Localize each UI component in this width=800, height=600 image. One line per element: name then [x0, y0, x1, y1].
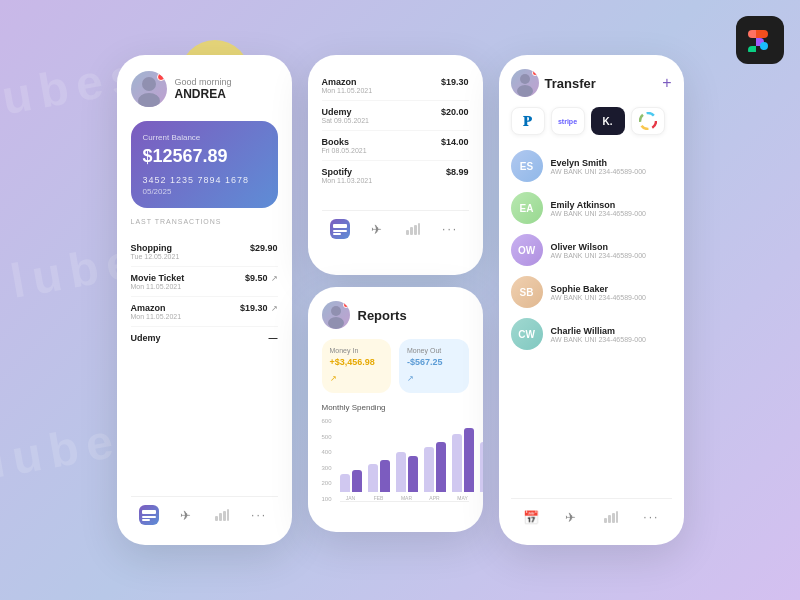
trans-name: Movie Ticket	[131, 273, 185, 283]
nav-calendar-icon[interactable]: 📅	[521, 507, 541, 527]
table-row: Spotify Mon 11.03.2021 $8.99	[322, 161, 469, 190]
nav-chart-icon[interactable]	[212, 505, 232, 525]
balance-label: Current Balance	[143, 133, 266, 142]
chart-bars: JAN FEB	[340, 418, 469, 502]
svg-rect-27	[612, 513, 615, 523]
trans-amount: $14.00	[441, 137, 469, 147]
contact-info-cw: Charlie William AW BANK UNI 234-46589-00…	[551, 326, 672, 343]
contact-name: Sophie Baker	[551, 284, 672, 294]
nav-send-icon[interactable]: ✈	[176, 505, 196, 525]
left-bottom-nav: ✈ ···	[131, 496, 278, 529]
svg-rect-28	[616, 511, 618, 523]
contact-info-ow: Oliver Wilson AW BANK UNI 234-46589-000	[551, 242, 672, 259]
arrow-icon: ↗	[271, 274, 278, 283]
bar-label: APR	[429, 495, 439, 501]
trans-name: Amazon	[322, 77, 373, 87]
trans-amount: $20.00	[441, 107, 469, 117]
trans-name: Shopping	[131, 243, 180, 253]
svg-rect-6	[215, 516, 218, 521]
y-label: 100	[322, 496, 332, 502]
svg-rect-4	[142, 516, 156, 518]
bar-dark	[380, 460, 390, 492]
nav-more-icon[interactable]: ···	[249, 505, 269, 525]
trans-name: Udemy	[131, 333, 161, 343]
bar-light	[368, 464, 378, 492]
trans-amount: $9.50	[245, 273, 268, 283]
stripe-button[interactable]: stripe	[551, 107, 585, 135]
middle-top-card: Amazon Mon 11.05.2021 $19.30 Udemy Sat 0…	[308, 55, 483, 275]
rainbow-button[interactable]	[631, 107, 665, 135]
money-out-label: Money Out	[407, 347, 461, 354]
contact-bank: AW BANK UNI 234-46589-000	[551, 168, 672, 175]
nav-send-icon-mid[interactable]: ✈	[367, 219, 387, 239]
paypal-icon: 𝐏	[523, 113, 532, 130]
list-item[interactable]: ES Evelyn Smith AW BANK UNI 234-46589-00…	[511, 145, 672, 187]
contact-avatar-ea: EA	[511, 192, 543, 224]
list-item[interactable]: SB Sophie Baker AW BANK UNI 234-46589-00…	[511, 271, 672, 313]
nav-chart-icon-mid[interactable]	[403, 219, 423, 239]
svg-rect-8	[223, 511, 226, 521]
trans-date: Mon 11.03.2021	[322, 177, 373, 184]
money-in-label: Money In	[330, 347, 384, 354]
svg-point-20	[517, 85, 533, 97]
greeting-text: Good morning ANDREA	[175, 77, 232, 101]
trans-name: Books	[322, 137, 367, 147]
svg-rect-10	[333, 224, 347, 228]
svg-point-18	[328, 317, 344, 329]
paypal-button[interactable]: 𝐏	[511, 107, 545, 135]
chart-title: Monthly Spending	[322, 403, 469, 412]
nav-send-icon-right[interactable]: ✈	[561, 507, 581, 527]
trans-date: Sat 09.05.2021	[322, 117, 370, 124]
svg-rect-7	[219, 513, 222, 521]
transfer-avatar	[511, 69, 539, 97]
card-number: 3452 1235 7894 1678	[143, 175, 266, 185]
reports-avatar-dot	[343, 302, 349, 308]
reports-title: Reports	[358, 308, 407, 323]
add-transfer-button[interactable]: +	[662, 74, 671, 92]
svg-rect-11	[333, 230, 347, 232]
svg-point-1	[142, 77, 156, 91]
trans-date: Mon 11.05.2021	[322, 87, 373, 94]
table-row: Udemy Sat 09.05.2021 $20.00	[322, 101, 469, 131]
list-item[interactable]: CW Charlie William AW BANK UNI 234-46589…	[511, 313, 672, 355]
list-item[interactable]: EA Emily Atkinson AW BANK UNI 234-46589-…	[511, 187, 672, 229]
nav-more-icon-mid[interactable]: ···	[440, 219, 460, 239]
svg-point-19	[520, 74, 530, 84]
trans-name: Udemy	[322, 107, 370, 117]
trans-date: Fri 08.05.2021	[322, 147, 367, 154]
svg-rect-25	[604, 518, 607, 523]
list-item[interactable]: OW Oliver Wilson AW BANK UNI 234-46589-0…	[511, 229, 672, 271]
svg-rect-26	[608, 515, 611, 523]
left-transactions-list: Shopping Tue 12.05.2021 $29.90 Movie Tic…	[131, 237, 278, 349]
transfer-title: Transfer	[545, 76, 596, 91]
bar-dark	[352, 470, 362, 492]
contact-avatar-es: ES	[511, 150, 543, 182]
nav-chart-icon-right[interactable]	[601, 507, 621, 527]
contact-info-sb: Sophie Baker AW BANK UNI 234-46589-000	[551, 284, 672, 301]
svg-point-2	[138, 93, 160, 107]
bar-feb: FEB	[368, 460, 390, 501]
bar-mar: MAR	[396, 452, 418, 501]
contact-bank: AW BANK UNI 234-46589-000	[551, 336, 672, 343]
contact-name: Charlie William	[551, 326, 672, 336]
transfer-left: Transfer	[511, 69, 596, 97]
payment-icons-row: 𝐏 stripe K.	[511, 107, 672, 135]
svg-rect-12	[333, 233, 341, 235]
right-bottom-nav: 📅 ✈ ···	[511, 498, 672, 531]
nav-cards-icon-mid[interactable]	[330, 219, 350, 239]
contact-bank: AW BANK UNI 234-46589-000	[551, 294, 672, 301]
avatar-status-dot	[157, 73, 165, 81]
reports-card: Reports Money In +$3,456.98 ↗ Money Out …	[308, 287, 483, 532]
svg-rect-14	[410, 227, 413, 235]
nav-more-icon-right[interactable]: ···	[641, 507, 661, 527]
bar-dark	[464, 428, 474, 492]
nav-cards-icon[interactable]	[139, 505, 159, 525]
klarna-button[interactable]: K.	[591, 107, 625, 135]
svg-rect-9	[227, 509, 229, 521]
right-card: Transfer + 𝐏 stripe K.	[499, 55, 684, 545]
bar-jan: JAN	[340, 470, 362, 501]
bar-label: MAR	[401, 495, 412, 501]
greeting-label: Good morning	[175, 77, 232, 87]
contact-name: Evelyn Smith	[551, 158, 672, 168]
bar-label: FEB	[374, 495, 384, 501]
